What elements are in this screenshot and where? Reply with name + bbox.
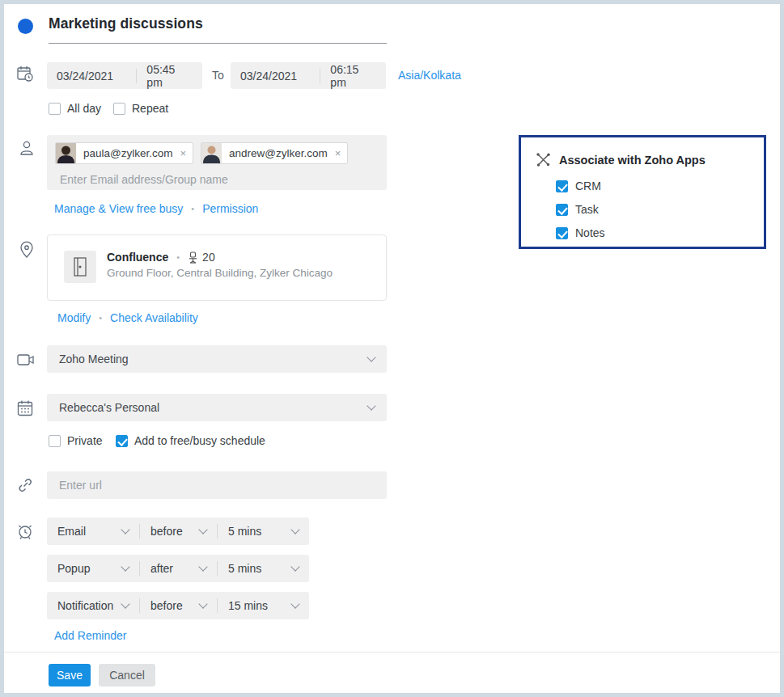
event-title[interactable]: Marketing discussions bbox=[49, 15, 203, 32]
start-time-input[interactable]: 05:45 pm bbox=[137, 62, 202, 89]
zoho-apps-panel: Associate with Zoho Apps CRM Task Notes bbox=[519, 135, 766, 249]
reminder-when-select[interactable]: before bbox=[140, 592, 217, 619]
seat-capacity-icon bbox=[188, 251, 198, 264]
attendee-chip: paula@zylker.com × bbox=[55, 142, 193, 164]
meeting-select[interactable]: Zoho Meeting bbox=[47, 345, 387, 373]
chevron-down-icon bbox=[198, 562, 207, 571]
event-color-dot[interactable] bbox=[18, 19, 33, 34]
reminder-when-select[interactable]: after bbox=[140, 555, 217, 582]
end-time-input[interactable]: 06:15 pm bbox=[320, 62, 386, 89]
room-capacity: 20 bbox=[202, 251, 215, 264]
location-card[interactable]: Confluence • 20 Ground Floor, Central Bu… bbox=[47, 234, 387, 301]
remove-attendee-icon[interactable]: × bbox=[335, 148, 341, 158]
crm-checkbox[interactable]: CRM bbox=[556, 180, 764, 192]
url-input[interactable]: Enter url bbox=[47, 471, 387, 499]
check-availability-link[interactable]: Check Availability bbox=[110, 311, 198, 324]
all-day-checkbox[interactable]: All day bbox=[49, 102, 101, 115]
dot-separator: • bbox=[176, 252, 180, 262]
reminder-type-select[interactable]: Email bbox=[47, 517, 139, 545]
room-name: Confluence bbox=[107, 251, 168, 264]
chevron-down-icon bbox=[121, 525, 129, 534]
timezone-link[interactable]: Asia/Kolkata bbox=[398, 69, 461, 82]
reminder-type-select[interactable]: Notification bbox=[47, 592, 139, 619]
reminder-row: Popup after 5 mins bbox=[47, 555, 309, 582]
chevron-down-icon bbox=[290, 599, 299, 608]
reminder-type-select[interactable]: Popup bbox=[47, 555, 139, 582]
avatar bbox=[56, 143, 76, 163]
repeat-checkbox[interactable]: Repeat bbox=[113, 102, 168, 115]
dot-separator: • bbox=[191, 204, 194, 213]
avatar bbox=[201, 143, 222, 163]
calendar-icon bbox=[16, 399, 34, 417]
start-datetime-field: 03/24/2021 05:45 pm bbox=[47, 62, 202, 89]
calendar-select[interactable]: Rebecca's Personal bbox=[47, 394, 387, 421]
chevron-down-icon bbox=[121, 599, 129, 608]
associate-apps-icon bbox=[535, 151, 552, 168]
attendees-icon bbox=[18, 139, 36, 157]
remove-attendee-icon[interactable]: × bbox=[180, 148, 187, 158]
chevron-down-icon bbox=[121, 562, 129, 571]
notes-checkbox[interactable]: Notes bbox=[556, 226, 764, 239]
attendees-field[interactable]: paula@zylker.com × andrew@zylker.com × E… bbox=[47, 135, 387, 190]
room-address: Ground Floor, Central Building, Zylker C… bbox=[107, 267, 333, 279]
attendee-chip: andrew@zylker.com × bbox=[201, 142, 348, 164]
permission-link[interactable]: Permission bbox=[202, 202, 258, 215]
location-icon bbox=[19, 241, 35, 259]
manage-free-busy-link[interactable]: Manage & View free busy bbox=[54, 202, 183, 215]
chevron-down-icon bbox=[290, 525, 299, 534]
reminder-offset-select[interactable]: 5 mins bbox=[218, 517, 309, 545]
video-meeting-icon bbox=[16, 352, 35, 368]
free-busy-checkbox[interactable]: Add to free/busy schedule bbox=[116, 434, 265, 447]
task-checkbox[interactable]: Task bbox=[556, 203, 764, 216]
title-underline bbox=[49, 43, 387, 44]
chevron-down-icon bbox=[198, 599, 207, 608]
end-date-input[interactable]: 03/24/2021 bbox=[231, 62, 320, 89]
start-date-input[interactable]: 03/24/2021 bbox=[47, 62, 136, 89]
private-checkbox[interactable]: Private bbox=[49, 434, 103, 447]
chevron-down-icon bbox=[198, 525, 207, 534]
event-editor: Marketing discussions 03/24/2021 05:45 p… bbox=[0, 0, 784, 697]
reminder-offset-select[interactable]: 15 mins bbox=[218, 592, 309, 619]
link-icon bbox=[16, 476, 34, 494]
to-label: To bbox=[212, 69, 224, 82]
attendee-input[interactable]: Enter Email address/Group name bbox=[60, 173, 228, 186]
reminder-icon bbox=[17, 523, 33, 540]
reminder-row: Notification before 15 mins bbox=[47, 592, 309, 619]
room-icon bbox=[64, 251, 96, 283]
chevron-down-icon bbox=[367, 401, 375, 410]
panel-title: Associate with Zoho Apps bbox=[559, 154, 706, 167]
chevron-down-icon bbox=[367, 353, 375, 361]
dot-separator: • bbox=[99, 313, 102, 323]
chevron-down-icon bbox=[290, 562, 299, 571]
datetime-icon bbox=[16, 65, 34, 82]
modify-location-link[interactable]: Modify bbox=[57, 311, 91, 324]
reminder-offset-select[interactable]: 5 mins bbox=[218, 555, 309, 582]
end-datetime-field: 03/24/2021 06:15 pm bbox=[231, 62, 386, 89]
reminder-row: Email before 5 mins bbox=[47, 517, 309, 545]
cancel-button[interactable]: Cancel bbox=[99, 664, 155, 686]
reminder-when-select[interactable]: before bbox=[140, 517, 217, 545]
save-button[interactable]: Save bbox=[49, 664, 91, 686]
footer-divider bbox=[4, 652, 780, 653]
add-reminder-link[interactable]: Add Reminder bbox=[54, 629, 127, 642]
